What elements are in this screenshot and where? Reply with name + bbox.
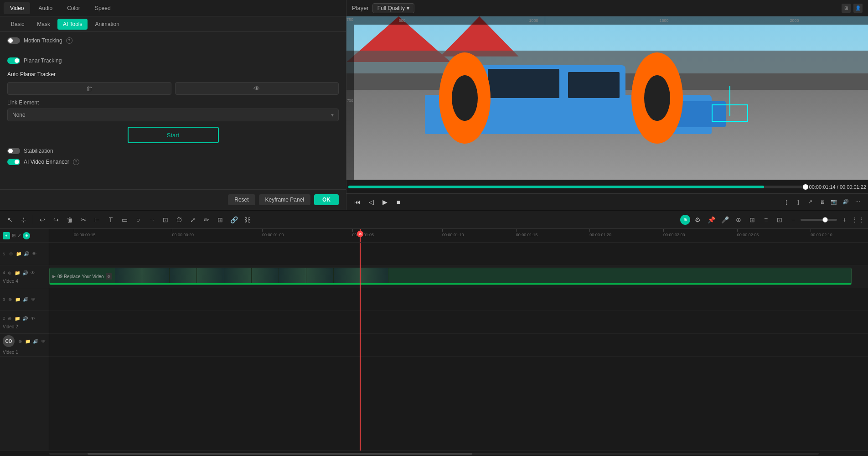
timeline-snap-icon[interactable]: ⊕ xyxy=(23,232,30,239)
frame-back-button[interactable]: ◁ xyxy=(366,197,377,207)
green-circle-btn[interactable]: ⊕ xyxy=(680,215,690,225)
tab-color[interactable]: Color xyxy=(61,2,87,14)
progress-track[interactable] xyxy=(348,186,806,188)
timer-tool[interactable]: ⏱ xyxy=(173,213,186,226)
crop-tool[interactable]: ⊡ xyxy=(159,213,172,226)
redo-btn[interactable]: ↪ xyxy=(50,213,62,226)
split-icon[interactable]: ⊢ xyxy=(91,213,103,226)
import-btn[interactable]: ⊕ xyxy=(732,213,745,226)
bracket-left-icon[interactable]: [ xyxy=(781,197,791,207)
export-btn[interactable]: ⊞ xyxy=(746,213,759,226)
plus-btn[interactable]: + xyxy=(838,213,851,226)
cursor-tool[interactable]: ↖ xyxy=(4,213,16,226)
track-1-eye[interactable]: 👁 xyxy=(40,338,46,344)
player-icon-person[interactable]: 👤 xyxy=(853,4,863,13)
text-tool[interactable]: T xyxy=(104,213,117,226)
tab-video[interactable]: Video xyxy=(4,2,30,14)
motion-tracking-toggle[interactable] xyxy=(7,37,20,44)
subtab-basic[interactable]: Basic xyxy=(5,19,30,30)
minus-btn[interactable]: − xyxy=(787,213,800,226)
more-options-btn[interactable]: ⋮⋮ xyxy=(852,213,864,226)
bracket-right-icon[interactable]: ] xyxy=(793,197,803,207)
track-1-add[interactable]: ⊕ xyxy=(17,338,23,344)
player-icon-grid[interactable]: ⊞ xyxy=(842,4,851,13)
tracker-delete-bar[interactable]: 🗑 xyxy=(7,82,171,95)
track-3-folder[interactable]: 📁 xyxy=(15,296,21,303)
track-3-volume[interactable]: 🔊 xyxy=(22,296,29,303)
adjust-tool[interactable]: ⊞ xyxy=(214,213,227,226)
reset-button[interactable]: Reset xyxy=(228,194,255,205)
track-4-eye[interactable]: 👁 xyxy=(30,269,36,276)
tab-audio[interactable]: Audio xyxy=(32,2,59,14)
motion-tracking-help-icon[interactable]: ? xyxy=(66,37,72,44)
track-2-eye[interactable]: 👁 xyxy=(30,315,36,321)
track-4-folder[interactable]: 📁 xyxy=(14,269,21,276)
ai-enhancer-toggle[interactable] xyxy=(7,159,20,165)
co-badge[interactable]: CO xyxy=(3,335,15,347)
track-5-eye[interactable]: 👁 xyxy=(31,251,37,257)
subtab-ai-tools[interactable]: AI Tools xyxy=(57,19,88,30)
select-tool[interactable]: ⊹ xyxy=(17,213,30,226)
undo-btn[interactable]: ↩ xyxy=(36,213,49,226)
video-clip-4[interactable]: ▶ 09 Replace Your Video ⚙ xyxy=(49,268,852,285)
arrow-tool[interactable]: → xyxy=(145,213,158,226)
pin-btn[interactable]: 📌 xyxy=(705,213,718,226)
tab-speed[interactable]: Speed xyxy=(88,2,117,14)
start-button[interactable]: Start xyxy=(128,127,219,143)
track-2-volume[interactable]: 🔊 xyxy=(22,315,28,321)
track-options-icon[interactable]: ⊞ xyxy=(12,233,16,238)
track-2-folder[interactable]: 📁 xyxy=(14,315,21,321)
more-icon[interactable]: ⋯ xyxy=(852,197,863,207)
cut-btn[interactable]: ✂ xyxy=(77,213,90,226)
pen-tool[interactable]: ✏ xyxy=(200,213,213,226)
planar-tracking-toggle[interactable] xyxy=(7,57,20,64)
track-3-eye[interactable]: 👁 xyxy=(30,296,36,303)
delete-btn[interactable]: 🗑 xyxy=(63,213,76,226)
track-1-volume[interactable]: 🔊 xyxy=(32,338,39,344)
timeline-scrollbar[interactable] xyxy=(0,451,868,456)
clip-settings-icon[interactable]: ⚙ xyxy=(106,273,112,280)
track-5-volume[interactable]: 🔊 xyxy=(23,251,30,257)
circle-tool[interactable]: ○ xyxy=(132,213,145,226)
ok-button[interactable]: OK xyxy=(314,194,339,205)
track-1-folder[interactable]: 📁 xyxy=(25,338,31,344)
link-element-select[interactable]: None ▾ xyxy=(7,109,339,121)
track-5-folder[interactable]: 📁 xyxy=(16,251,22,257)
unlink-tool[interactable]: ⛓ xyxy=(241,213,254,226)
camera-icon[interactable]: 📷 xyxy=(829,197,839,207)
send-to-icon[interactable]: ↗ xyxy=(805,197,815,207)
track-expand-icon[interactable]: ⤢ xyxy=(17,233,21,238)
stabilization-toggle[interactable] xyxy=(7,148,20,154)
quality-select[interactable]: Full Quality ▾ xyxy=(372,3,414,13)
tracker-eye-bar[interactable]: 👁 xyxy=(175,82,339,95)
subtab-animation[interactable]: Animation xyxy=(89,19,124,30)
subtitle2-btn[interactable]: ⊡ xyxy=(773,213,786,226)
rect-tool[interactable]: ▭ xyxy=(118,213,131,226)
tracker-delete-icon: 🗑 xyxy=(86,85,93,92)
settings-btn[interactable]: ⚙ xyxy=(691,213,704,226)
zoom-slider[interactable] xyxy=(801,219,837,221)
track-4-row[interactable]: ▶ 09 Replace Your Video ⚙ xyxy=(49,265,868,288)
add-track-icon[interactable]: + xyxy=(3,232,10,239)
track-3-add[interactable]: ⊕ xyxy=(7,296,13,303)
progress-thumb[interactable] xyxy=(803,184,808,190)
keyframe-panel-button[interactable]: Keyframe Panel xyxy=(259,194,310,205)
play-button[interactable]: ▶ xyxy=(379,197,390,207)
time-display: 00:00:01:14 / 00:00:01:22 xyxy=(809,184,866,190)
monitor-icon[interactable]: 🖥 xyxy=(817,197,827,207)
player-label: Player xyxy=(352,5,369,11)
track-4-add[interactable]: ⊕ xyxy=(6,269,13,276)
step-back-button[interactable]: ⏮ xyxy=(352,197,363,207)
subtitle-btn[interactable]: ≡ xyxy=(760,213,772,226)
ai-enhancer-help-icon[interactable]: ? xyxy=(73,159,79,165)
mic-btn[interactable]: 🎤 xyxy=(718,213,731,226)
volume-icon[interactable]: 🔊 xyxy=(841,197,851,207)
link-tool[interactable]: 🔗 xyxy=(227,213,240,226)
stop-button[interactable]: ■ xyxy=(393,197,404,207)
track-2-add[interactable]: ⊕ xyxy=(6,315,13,321)
track-5-controls: ⊕ 📁 🔊 👁 xyxy=(8,251,37,257)
subtab-mask[interactable]: Mask xyxy=(31,19,56,30)
track-5-add[interactable]: ⊕ xyxy=(8,251,14,257)
expand-tool[interactable]: ⤢ xyxy=(186,213,199,226)
track-4-volume[interactable]: 🔊 xyxy=(22,269,28,276)
